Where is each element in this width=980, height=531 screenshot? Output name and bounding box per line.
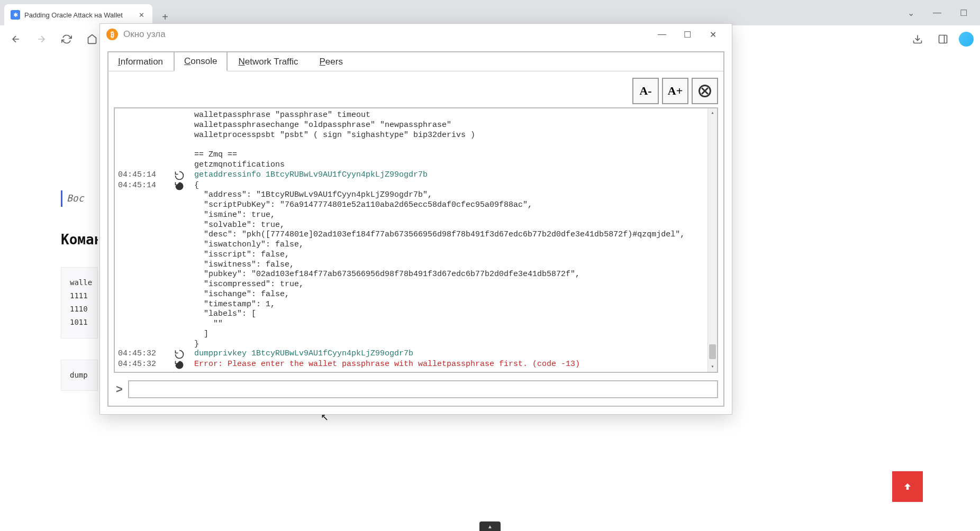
page-italic-heading: Вос [67, 190, 98, 207]
node-close-button[interactable]: ✕ [700, 26, 725, 43]
console-row: 04:45:32Error: Please enter the wallet p… [115, 360, 707, 370]
tab-title: Padding Oracle Attack на Wallet [24, 11, 123, 19]
received-icon [165, 360, 194, 370]
scroll-to-top-button[interactable] [892, 471, 923, 502]
timestamp: 04:45:14 [115, 170, 165, 181]
node-window: ₿ Окно узла — ☐ ✕ Information Console Ne… [99, 23, 732, 415]
console-response: { "address": "1BtcyRUBwLv9AU1fCyyn4pkLjZ… [194, 181, 707, 350]
reload-button[interactable] [57, 30, 76, 49]
page-h2: Коман [61, 228, 98, 251]
maximize-button[interactable]: ☐ [951, 4, 976, 21]
scroll-up-button[interactable]: ▴ [708, 108, 717, 118]
console-scrollbar[interactable]: ▴ ▾ [707, 108, 717, 372]
console-row: 04:45:32dumpprivkey 1BtcyRUBwLv9AU1fCyyn… [115, 349, 707, 360]
timestamp: 04:45:32 [115, 349, 165, 360]
node-titlebar[interactable]: ₿ Окно узла — ☐ ✕ [100, 24, 732, 45]
console-toolbar: A- A+ [632, 78, 718, 104]
console-command: dumpprivkey 1BtcyRUBwLv9AU1fCyyn4pkLjZ99… [194, 349, 707, 360]
back-button[interactable] [6, 30, 25, 49]
tab-information[interactable]: Information [107, 51, 174, 71]
page-code-block-1: walle 1111 1110 1011 [61, 267, 98, 338]
received-icon [165, 181, 194, 350]
page-code-block-2: dump [61, 360, 98, 391]
tab-favicon-icon: ✱ [11, 10, 20, 20]
node-tabs: Information Console Network Traffic Peer… [107, 51, 723, 71]
console-prompt-row: > [114, 379, 718, 399]
console-output: walletpassphrase "passphrase" timeout wa… [114, 107, 718, 373]
font-decrease-button[interactable]: A- [632, 78, 659, 104]
console-error: Error: Please enter the wallet passphras… [194, 360, 707, 370]
console-input[interactable] [128, 380, 718, 398]
tab-console[interactable]: Console [174, 51, 228, 71]
console-row: 04:45:14{ "address": "1BtcyRUBwLv9AU1fCy… [115, 181, 707, 350]
tab-peers[interactable]: Peers [309, 51, 353, 71]
tab-close-button[interactable]: ✕ [137, 10, 146, 20]
node-body: Information Console Network Traffic Peer… [107, 51, 724, 407]
node-minimize-button[interactable]: — [649, 26, 675, 43]
tab-network-traffic[interactable]: Network Traffic [228, 51, 308, 71]
minimize-button[interactable]: — [925, 4, 949, 21]
bitcoin-icon: ₿ [106, 29, 118, 40]
tab-bar: ✱ Padding Oracle Attack на Wallet ✕ + [0, 0, 980, 25]
page-left-fragment: Вос Коман walle 1111 1110 1011 dump [61, 190, 98, 412]
console-help-block: walletpassphrase "passphrase" timeout wa… [194, 111, 707, 170]
sidepanel-button[interactable] [933, 30, 952, 49]
console-inner: walletpassphrase "passphrase" timeout wa… [115, 108, 707, 372]
chevron-down-icon[interactable]: ⌄ [899, 4, 923, 21]
console-command: getaddressinfo 1BtcyRUBwLv9AU1fCyyn4pkLj… [194, 170, 707, 181]
prompt-caret-icon: > [114, 382, 123, 396]
browser-tab[interactable]: ✱ Padding Oracle Attack на Wallet ✕ [4, 4, 152, 25]
home-button[interactable] [83, 30, 102, 49]
clear-console-button[interactable] [692, 78, 718, 104]
profile-avatar[interactable] [959, 32, 974, 47]
console-row: 04:45:14getaddressinfo 1BtcyRUBwLv9AU1fC… [115, 170, 707, 181]
svg-rect-0 [939, 35, 947, 43]
forward-button[interactable] [32, 30, 51, 49]
scroll-down-button[interactable]: ▾ [708, 362, 717, 372]
sent-icon [165, 349, 194, 360]
node-maximize-button[interactable]: ☐ [675, 26, 700, 43]
node-window-title: Окно узла [123, 29, 166, 40]
downloads-button[interactable] [908, 30, 927, 49]
browser-window-controls: ⌄ — ☐ [899, 4, 976, 21]
sent-icon [165, 170, 194, 181]
timestamp: 04:45:32 [115, 360, 165, 370]
scroll-thumb[interactable] [709, 344, 716, 359]
font-increase-button[interactable]: A+ [662, 78, 688, 104]
timestamp: 04:45:14 [115, 181, 165, 350]
bottom-handle[interactable]: ▲ [479, 521, 501, 531]
